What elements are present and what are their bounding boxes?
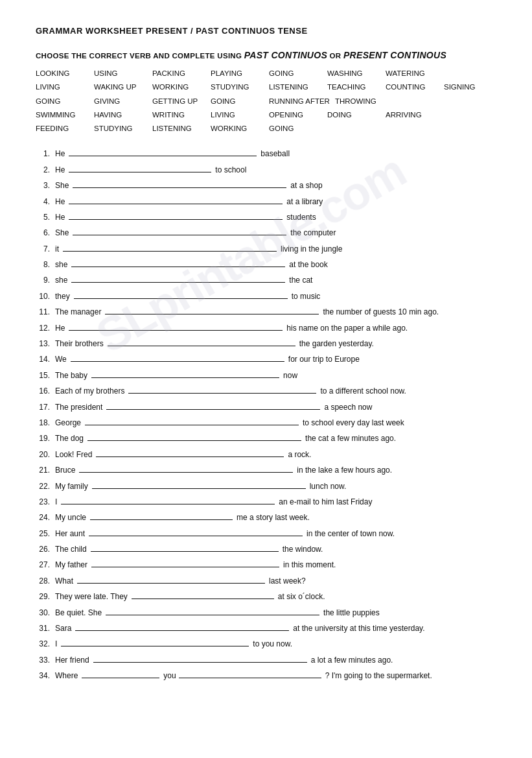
exercise-subject: Her friend	[55, 654, 89, 667]
exercise-end: last week?	[269, 574, 306, 587]
exercise-end: in this moment.	[283, 558, 336, 571]
exercise-blank[interactable]	[91, 543, 279, 552]
exercise-blank[interactable]	[92, 480, 306, 489]
word-item: USING	[94, 67, 152, 80]
exercise-end: in the center of town now.	[306, 527, 395, 540]
exercise-blank[interactable]	[69, 195, 283, 204]
exercise-item: 22. My family lunch now.	[36, 480, 496, 493]
exercise-number: 23.	[36, 495, 52, 508]
instructions: CHOOSE THE CORRECT VERB AND COMPLETE USI…	[36, 50, 496, 60]
exercise-number: 4.	[36, 195, 52, 208]
exercise-blank[interactable]	[82, 669, 159, 678]
exercise-item: 27. My father in this moment.	[36, 558, 496, 571]
word-item: WATERING	[386, 67, 444, 80]
exercise-end: at the university at this time yesterday…	[293, 622, 424, 635]
exercise-item: 34. Where you ? I'm going to the superma…	[36, 669, 496, 682]
exercise-subject: He	[55, 163, 65, 176]
exercise-subject: Each of my brothers	[55, 385, 124, 397]
word-item: LISTENING	[269, 80, 327, 94]
exercise-blank[interactable]	[79, 464, 293, 473]
exercise-blank[interactable]	[71, 258, 285, 267]
exercise-blank[interactable]	[128, 385, 316, 394]
exercise-blank[interactable]	[90, 511, 233, 520]
exercise-blank[interactable]	[85, 416, 299, 425]
exercise-number: 24.	[36, 511, 52, 524]
exercise-number: 1.	[36, 147, 52, 160]
word-item: GOING	[269, 67, 327, 80]
exercise-subject: she	[55, 258, 67, 271]
exercise-number: 31.	[36, 622, 52, 635]
exercise-end: to school	[215, 163, 246, 176]
exercise-blank[interactable]	[74, 290, 288, 299]
word-item: LIVING	[36, 80, 94, 94]
exercise-end: me a story last week.	[237, 511, 310, 524]
exercise-item: 9. she the cat	[36, 274, 496, 287]
exercise-blank[interactable]	[69, 147, 257, 156]
exercise-blank[interactable]	[71, 274, 285, 283]
exercise-blank[interactable]	[69, 163, 211, 172]
exercise-blank[interactable]	[179, 669, 321, 678]
exercise-blank[interactable]	[91, 369, 279, 378]
exercises-list: 1. He baseball2. He to school3. She at a…	[36, 147, 496, 682]
exercise-blank[interactable]	[63, 243, 277, 252]
word-item: WORKING	[211, 122, 269, 136]
word-item: LIVING	[211, 108, 269, 122]
exercise-blank[interactable]	[106, 606, 319, 615]
exercise-item: 11. The manager the number of guests 10 …	[36, 305, 496, 318]
exercise-subject: He	[55, 211, 65, 224]
exercise-item: 21. Bruce in the lake a few hours ago.	[36, 464, 496, 477]
exercise-blank[interactable]	[73, 179, 286, 188]
exercise-item: 26. The child the window.	[36, 543, 496, 556]
word-item: WAKING UP	[94, 80, 152, 94]
exercise-blank[interactable]	[89, 527, 303, 536]
word-item: WRITING	[152, 108, 211, 122]
exercise-number: 27.	[36, 558, 52, 571]
word-item: FEEDING	[36, 122, 94, 136]
word-item: LISTENING	[152, 122, 211, 136]
exercise-blank[interactable]	[96, 448, 284, 457]
exercise-number: 22.	[36, 480, 52, 493]
exercise-number: 6.	[36, 226, 52, 239]
exercise-blank[interactable]	[87, 432, 301, 441]
exercise-blank[interactable]	[93, 654, 307, 663]
exercise-blank[interactable]	[61, 495, 275, 504]
exercise-number: 12.	[36, 322, 52, 335]
word-item: ARRIVING	[386, 108, 444, 122]
exercise-subject: Be quiet. She	[55, 606, 102, 619]
exercise-end: the little puppies	[323, 606, 380, 619]
exercise-number: 33.	[36, 654, 52, 667]
word-item: GETTING UP	[152, 95, 211, 108]
word-bank-row: SWIMMINGHAVINGWRITINGLIVINGOPENINGDOINGA…	[36, 108, 496, 122]
exercise-blank[interactable]	[71, 353, 284, 362]
exercise-blank[interactable]	[91, 558, 279, 567]
exercise-blank[interactable]	[75, 622, 289, 631]
exercise-subject: I	[55, 495, 57, 508]
exercise-item: 24. My uncle me a story last week.	[36, 511, 496, 524]
exercise-item: 28. What last week?	[36, 574, 496, 587]
exercise-number: 32.	[36, 637, 52, 650]
exercise-end: to school every day last week	[303, 416, 404, 429]
exercise-subject: They were late. They	[55, 590, 128, 603]
exercise-subject: Sara	[55, 622, 71, 635]
exercise-blank[interactable]	[61, 637, 249, 646]
exercise-subject: My uncle	[55, 511, 86, 524]
exercise-blank[interactable]	[77, 574, 265, 584]
exercise-item: 2. He to school	[36, 163, 496, 176]
instructions-highlight2: PRESENT CONTINOUS	[343, 50, 446, 60]
exercise-blank[interactable]	[132, 590, 274, 599]
exercise-blank[interactable]	[105, 305, 319, 314]
exercise-subject: it	[55, 243, 59, 255]
exercise-end: the window.	[283, 543, 323, 556]
exercise-blank[interactable]	[106, 401, 320, 410]
exercise-blank[interactable]	[69, 211, 283, 220]
exercise-end: baseball	[260, 147, 290, 160]
exercise-blank[interactable]	[73, 226, 286, 235]
exercise-blank[interactable]	[108, 337, 295, 346]
word-item: THROWING	[335, 95, 393, 108]
exercise-blank[interactable]	[69, 322, 283, 331]
word-bank-row: GOINGGIVINGGETTING UPGOINGRUNNING AFTERT…	[36, 95, 496, 108]
word-item: GIVING	[94, 95, 152, 108]
exercise-number: 21.	[36, 464, 52, 477]
exercise-number: 29.	[36, 590, 52, 603]
exercise-subject: The president	[55, 401, 102, 414]
